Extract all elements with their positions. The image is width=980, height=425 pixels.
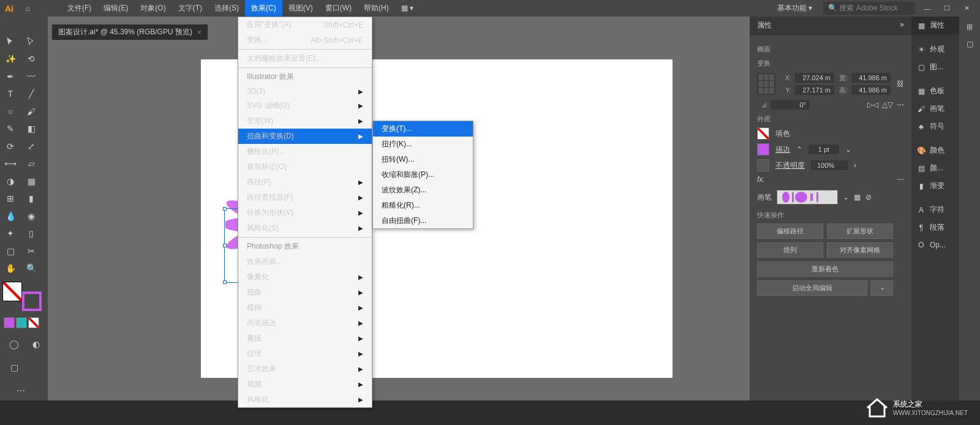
menu-pathfinder[interactable]: 路径查找器(F)▶ (238, 190, 372, 205)
line-tool[interactable]: ╱ (21, 86, 42, 102)
brush-unlink-icon[interactable]: ⊘ (865, 193, 872, 201)
dock-character[interactable]: A字符 (911, 201, 959, 219)
shape-builder-tool[interactable]: ◑ (0, 173, 21, 189)
rotate-tool[interactable]: ⟳ (0, 138, 21, 154)
menu-type[interactable]: 文字(T) (172, 0, 208, 17)
stroke-swatch[interactable] (22, 291, 42, 311)
dock-graphic-styles[interactable]: ▢图... (911, 58, 959, 76)
draw-behind-icon[interactable]: ◐ (26, 336, 47, 352)
paintbrush-tool[interactable]: 🖌 (21, 103, 42, 119)
menu-video[interactable]: 视频▶ (238, 377, 372, 392)
menu-sketch[interactable]: 素描▶ (238, 331, 372, 346)
menu-stylize[interactable]: 风格化(S)▶ (238, 220, 372, 236)
document-tab[interactable]: 图案设计.ai* @ 45.39% (RGB/GPU 预览) × (52, 24, 208, 40)
menu-texture[interactable]: 纹理▶ (238, 346, 372, 361)
magic-wand-tool[interactable]: ✨ (0, 51, 21, 67)
stroke-color-swatch[interactable] (757, 143, 769, 156)
width-tool[interactable]: ⟷ (0, 156, 21, 171)
menu-distort-ps[interactable]: 扭曲▶ (238, 285, 372, 300)
submenu-pucker[interactable]: 收缩和膨胀(P)... (373, 167, 473, 182)
selection-tool[interactable] (0, 34, 21, 50)
home-icon[interactable]: ⌂ (18, 4, 37, 13)
flip-v-icon[interactable]: △▽ (882, 100, 893, 109)
curvature-tool[interactable]: 〰 (21, 69, 42, 85)
fill-swatch[interactable] (2, 282, 22, 301)
dock-paragraph[interactable]: ¶段落 (911, 219, 959, 236)
pen-tool[interactable]: ✒ (0, 69, 21, 85)
stroke-label[interactable]: 描边 (775, 145, 790, 155)
hand-tool[interactable]: ✋ (0, 260, 21, 276)
shaper-tool[interactable]: ✎ (0, 121, 21, 137)
submenu-twirl[interactable]: 扭转(W)... (373, 152, 473, 167)
stroke-decrease-icon[interactable]: ⌃ (796, 145, 802, 154)
reference-point-widget[interactable] (757, 73, 775, 95)
dock-color[interactable]: 🎨颜色 (911, 141, 959, 159)
stroke-increase-icon[interactable]: ⌄ (845, 145, 851, 154)
opacity-label[interactable]: 不透明度 (775, 160, 805, 171)
menu-convert-shape[interactable]: 转换为形状(V)▶ (238, 205, 372, 220)
dock-opentype[interactable]: OOp... (911, 236, 959, 254)
minimize-icon[interactable]: — (920, 5, 935, 12)
submenu-twist[interactable]: 扭拧(K)... (373, 137, 473, 152)
menu-doc-raster[interactable]: 文档栅格效果设置(E)... (238, 51, 372, 66)
menu-path[interactable]: 路径(P)▶ (238, 175, 372, 190)
search-input[interactable]: 🔍 搜索 Adobe Stock (823, 2, 915, 15)
menu-crop-marks[interactable]: 裁剪标记(O) (238, 159, 372, 175)
dock-properties[interactable]: ▦属性 (911, 17, 959, 34)
properties-tab[interactable]: 属性» (750, 17, 911, 35)
y-field[interactable]: 27.171 m (795, 85, 834, 95)
recolor-button[interactable]: 重新着色 (757, 261, 893, 277)
align-pixel-button[interactable]: 对齐像素网格 (827, 243, 893, 258)
type-tool[interactable]: T (0, 86, 21, 102)
menu-edit[interactable]: 编辑(E) (97, 0, 134, 17)
draw-normal-icon[interactable]: ◯ (4, 336, 24, 352)
ellipse-tool[interactable]: ○ (0, 103, 21, 119)
menu-warp[interactable]: 变形(W)▶ (238, 113, 372, 129)
expand-shape-button[interactable]: 扩展形状 (827, 224, 893, 239)
perspective-tool[interactable]: ▦ (21, 173, 42, 189)
brush-options-icon[interactable]: ▦ (854, 193, 861, 201)
swatch-gradient[interactable] (16, 317, 27, 328)
dock-brushes[interactable]: 🖌画笔 (911, 100, 959, 118)
dock-color-guide[interactable]: ▤颜... (911, 159, 959, 177)
lasso-tool[interactable]: ⟲ (21, 51, 42, 67)
swatch-color[interactable] (4, 317, 15, 328)
document-tab-close-icon[interactable]: × (197, 28, 202, 37)
rotate-field[interactable]: 0° (771, 100, 810, 110)
menu-window[interactable]: 窗口(W) (319, 0, 358, 17)
menu-rasterize[interactable]: 栅格化(R)... (238, 144, 372, 159)
menu-view[interactable]: 视图(V) (282, 0, 319, 17)
menu-apply-transform[interactable]: 应用"变换"(A)Shift+Ctrl+E (238, 17, 372, 32)
global-edit-dropdown[interactable]: ⌄ (871, 280, 893, 296)
dock-symbols[interactable]: ♣符号 (911, 118, 959, 135)
slice-tool[interactable]: ✂ (21, 243, 42, 259)
flip-h-icon[interactable]: ▷◁ (867, 100, 878, 109)
fill-color-swatch[interactable] (757, 127, 769, 140)
gradient-tool[interactable]: ▮ (21, 190, 42, 206)
menu-file[interactable]: 文件(F) (61, 0, 97, 17)
opacity-field[interactable]: 100% (811, 160, 848, 170)
dock-swatches[interactable]: ▦色板 (911, 82, 959, 100)
more-appearance-icon[interactable]: ⋯ (897, 175, 904, 184)
zoom-tool[interactable]: 🔍 (21, 260, 42, 276)
artboard-tool[interactable]: ▢ (0, 243, 21, 259)
menu-help[interactable]: 帮助(H) (358, 0, 395, 17)
dock-icon-2[interactable]: ▢ (967, 40, 973, 48)
eraser-tool[interactable]: ◧ (21, 121, 42, 137)
link-wh-icon[interactable]: ⛓ (897, 80, 904, 88)
close-icon[interactable]: ✕ (959, 4, 974, 12)
submenu-zigzag[interactable]: 波纹效果(Z)... (373, 182, 473, 198)
edit-toolbar-icon[interactable]: ⋯ (0, 383, 42, 399)
fx-button[interactable]: fx. (757, 175, 765, 184)
column-graph-tool[interactable]: ▯ (21, 225, 42, 241)
screen-mode-icon[interactable]: ▢ (4, 359, 24, 375)
dock-gradient[interactable]: ▮渐变 (911, 177, 959, 195)
menu-artistic[interactable]: 艺术效果▶ (238, 361, 372, 377)
menu-object[interactable]: 对象(O) (134, 0, 172, 17)
width-field[interactable]: 41.986 m (851, 73, 891, 83)
menu-arrange-docs[interactable]: ▦ ▾ (395, 0, 420, 17)
free-transform-tool[interactable]: ▱ (21, 156, 42, 171)
swatch-none[interactable] (28, 317, 39, 328)
x-field[interactable]: 27.024 m (795, 73, 834, 83)
more-options-icon[interactable]: ⋯ (897, 100, 904, 109)
